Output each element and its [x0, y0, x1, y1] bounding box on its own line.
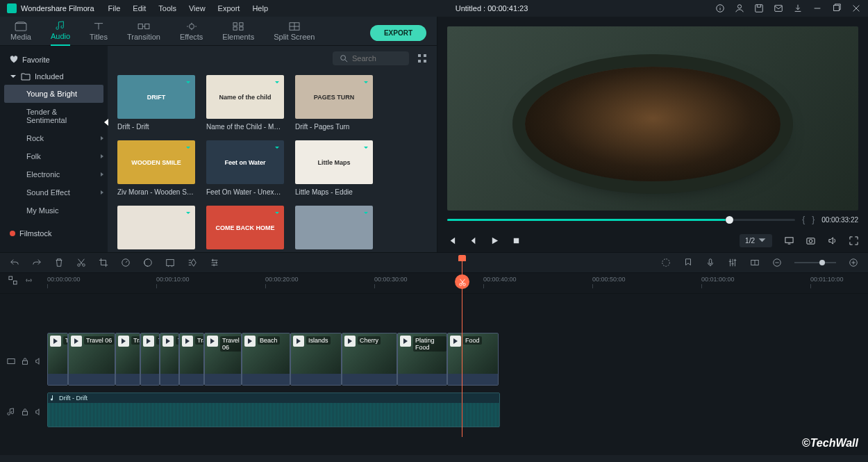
link-icon[interactable]: [24, 276, 33, 285]
track-mute-icon[interactable]: [35, 408, 43, 416]
menu-help[interactable]: Help: [252, 4, 268, 13]
green-screen-icon[interactable]: [165, 258, 175, 267]
tab-split-screen[interactable]: Split Screen: [274, 22, 315, 45]
cut-icon[interactable]: [76, 258, 86, 267]
audio-card[interactable]: Name of the childName of the Child - Mot…: [206, 75, 284, 131]
snap-icon[interactable]: [750, 258, 760, 267]
menu-view[interactable]: View: [189, 4, 206, 13]
redo-icon[interactable]: [32, 258, 42, 267]
tab-audio[interactable]: Audio: [51, 21, 70, 46]
track-manage-icon[interactable]: [8, 276, 17, 285]
stop-icon[interactable]: [512, 236, 521, 245]
download-icon[interactable]: [362, 78, 370, 86]
tab-transition[interactable]: Transition: [127, 22, 160, 45]
adjust-icon[interactable]: [210, 258, 219, 267]
video-clip[interactable]: Travel 06: [68, 333, 115, 386]
video-clip[interactable]: Plating Food: [397, 333, 447, 386]
menu-edit[interactable]: Edit: [133, 4, 146, 13]
playhead[interactable]: [462, 255, 462, 437]
video-clip[interactable]: Cherry: [342, 333, 397, 386]
video-clip[interactable]: Food: [447, 333, 499, 386]
search-field[interactable]: [352, 54, 401, 63]
save-icon[interactable]: [754, 3, 764, 13]
download-icon[interactable]: [184, 78, 192, 86]
sidebar-sub-rock[interactable]: Rock: [0, 129, 108, 147]
audio-card[interactable]: [295, 206, 373, 252]
sidebar-sub-my-music[interactable]: My Music: [0, 201, 108, 220]
track-lock-icon[interactable]: [21, 408, 29, 416]
maximize-icon[interactable]: [832, 3, 842, 13]
video-clip[interactable]: Islands: [290, 333, 342, 386]
preview-video[interactable]: [447, 26, 858, 211]
download-icon[interactable]: [362, 143, 370, 151]
grid-view-icon[interactable]: [417, 53, 427, 63]
video-clip[interactable]: Tra: [115, 333, 140, 386]
audio-card[interactable]: Feet on WaterFeet On Water - Unexpec...: [206, 140, 284, 196]
delete-icon[interactable]: [54, 258, 64, 267]
tab-media[interactable]: Media: [10, 22, 31, 45]
export-button[interactable]: EXPORT: [370, 25, 426, 41]
download-icon[interactable]: [362, 208, 370, 217]
volume-icon[interactable]: [828, 236, 837, 245]
close-icon[interactable]: [851, 3, 861, 13]
keyframe-icon[interactable]: [187, 258, 197, 267]
zoom-in-icon[interactable]: [849, 258, 858, 267]
audio-card[interactable]: DRIFTDrift - Drift: [117, 75, 195, 131]
tab-titles[interactable]: Titles: [90, 22, 108, 45]
video-clip[interactable]: Beach: [242, 333, 290, 386]
sidebar-sub-folk[interactable]: Folk: [0, 147, 108, 165]
prev-frame-icon[interactable]: [447, 236, 456, 245]
zoom-out-icon[interactable]: [772, 258, 782, 267]
download-icon[interactable]: [184, 143, 192, 151]
sidebar-sub-tender[interactable]: Tender & Sentimental: [0, 103, 108, 129]
audio-clip[interactable]: Drift - Drift: [47, 393, 500, 427]
sidebar-sub-electronic[interactable]: Electronic: [0, 165, 108, 183]
audio-card[interactable]: Little MapsLittle Maps - Eddie: [295, 140, 373, 196]
info-icon[interactable]: [715, 3, 725, 13]
playhead-scissors-icon[interactable]: [455, 274, 469, 289]
audio-card[interactable]: WOODEN SMILEZiv Moran - Wooden Smi...: [117, 140, 195, 196]
download-icon[interactable]: [184, 208, 192, 217]
speed-icon[interactable]: [121, 258, 131, 267]
mark-out-icon[interactable]: }: [812, 215, 815, 224]
undo-icon[interactable]: [10, 258, 19, 267]
video-lane[interactable]: TraTravel 06TraTraTraTraTravel 06BeachIs…: [47, 333, 868, 390]
scrub-track[interactable]: [447, 219, 795, 221]
audio-lane[interactable]: Drift - Drift: [47, 393, 868, 431]
sidebar-favorite[interactable]: Favorite: [0, 51, 108, 68]
color-icon[interactable]: [143, 258, 153, 267]
video-clip[interactable]: Tra: [160, 333, 179, 386]
menu-export[interactable]: Export: [218, 4, 240, 13]
marker-icon[interactable]: [683, 258, 693, 267]
audio-card[interactable]: [117, 206, 195, 252]
tab-effects[interactable]: Effects: [180, 22, 203, 45]
menu-tools[interactable]: Tools: [158, 4, 176, 13]
track-mute-icon[interactable]: [35, 357, 43, 365]
audio-track-icon[interactable]: [7, 408, 15, 416]
search-input[interactable]: [333, 51, 409, 65]
snapshot-icon[interactable]: [806, 236, 815, 245]
video-clip[interactable]: Tra: [179, 333, 204, 386]
menu-file[interactable]: File: [108, 4, 121, 13]
video-clip[interactable]: Tra: [140, 333, 160, 386]
tab-elements[interactable]: Elements: [222, 22, 254, 45]
voiceover-icon[interactable]: [706, 258, 715, 267]
preview-ratio-select[interactable]: 1/2: [740, 234, 772, 247]
audio-card[interactable]: COME BACK HOME: [206, 206, 284, 252]
fullscreen-icon[interactable]: [849, 236, 858, 245]
download-icon[interactable]: [273, 78, 281, 86]
download-icon[interactable]: [273, 143, 281, 151]
mark-in-icon[interactable]: {: [802, 215, 805, 224]
download-icon[interactable]: [793, 3, 803, 13]
video-clip[interactable]: Tra: [47, 333, 68, 386]
zoom-slider[interactable]: [794, 262, 836, 263]
video-clip[interactable]: Travel 06: [204, 333, 242, 386]
sidebar-filmstock[interactable]: Filmstock: [0, 225, 108, 242]
sidebar-sub-young-bright[interactable]: Young & Bright: [4, 85, 103, 103]
render-icon[interactable]: [661, 258, 671, 267]
audio-card[interactable]: PAGES TURNDrift - Pages Turn: [295, 75, 373, 131]
sidebar-included[interactable]: Included: [0, 68, 108, 85]
track-lock-icon[interactable]: [21, 357, 29, 365]
scrub-knob[interactable]: [726, 216, 733, 224]
download-icon[interactable]: [273, 208, 281, 217]
